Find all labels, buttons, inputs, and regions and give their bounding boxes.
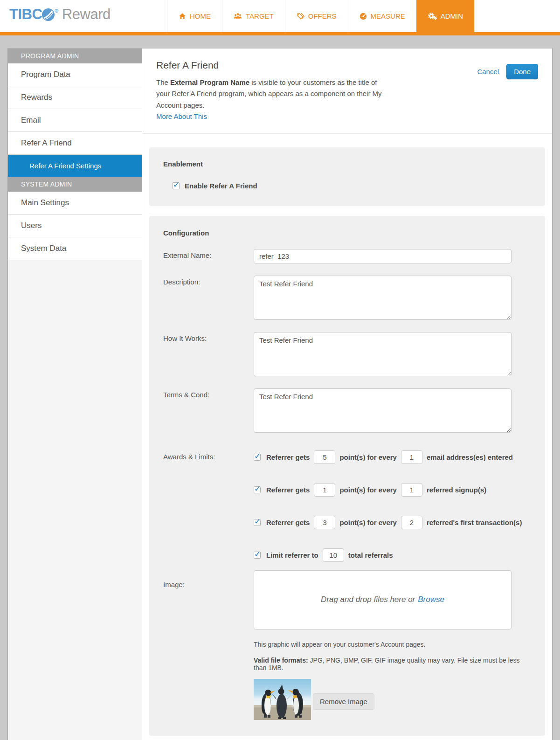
registered-mark: ® [55,8,58,14]
content-container: PROGRAM ADMIN Program Data Rewards Email… [7,48,553,740]
awards-rows: Referrer gets point(s) for every email a… [254,450,522,562]
how-it-works-textarea[interactable]: Test Refer Friend [254,332,512,376]
sidebar-item-system-data[interactable]: System Data [8,237,142,260]
configuration-title: Configuration [163,229,531,237]
tab-admin[interactable]: ADMIN [416,0,475,32]
home-icon [179,13,186,20]
users-icon [234,13,242,20]
award-signup-points-input[interactable] [314,483,335,497]
gauge-icon [360,13,367,20]
sidebar-item-refer-a-friend-settings[interactable]: Refer A Friend Settings [8,155,142,177]
enable-refer-row: Enable Refer A Friend [173,182,531,190]
image-dropzone[interactable]: Drag and drop files here or Browse [254,570,512,629]
main-nav: HOME TARGET OFFERS MEASURE ADMIN [167,0,475,32]
main-content: Refer A Friend The External Program Name… [142,48,552,740]
image-row: Image: Drag and drop files here or Brows… [163,570,531,629]
image-preview-row: Remove Image [254,679,531,720]
tab-target[interactable]: TARGET [222,0,285,32]
award-email-checkbox[interactable] [254,454,261,461]
award-text: referred's first transaction(s) [427,519,522,526]
tab-label: OFFERS [308,12,337,20]
tab-measure[interactable]: MEASURE [348,0,416,32]
external-name-label: External Name: [163,249,254,263]
external-name-row: External Name: [163,249,531,263]
tab-label: ADMIN [441,12,463,20]
tibco-globe-icon [42,8,55,25]
dropzone-text: Drag and drop files here or [321,595,415,604]
penguins-preview-image [254,679,311,720]
description-textarea[interactable]: Test Refer Friend [254,276,512,320]
image-note: This graphic will appear on your custome… [254,641,531,648]
sidebar-item-main-settings[interactable]: Main Settings [8,192,142,214]
enable-refer-checkbox[interactable] [173,182,180,189]
description-pre: The [156,78,170,86]
description-row: Description: Test Refer Friend [163,276,531,320]
file-formats-bold: Valid file formats: [254,657,308,664]
award-text: Referrer gets [266,453,310,461]
award-text: total referrals [348,551,393,559]
tab-offers[interactable]: OFFERS [285,0,348,32]
terms-row: Terms & Cond: Test Refer Friend [163,388,531,433]
configuration-panel: Configuration External Name: Description… [149,216,545,736]
sidebar-section-system-admin: SYSTEM ADMIN [8,177,142,192]
image-label: Image: [163,570,254,629]
page-description: The External Program Name is visible to … [156,77,392,111]
awards-limits-section: Awards & Limits: Referrer gets point(s) … [163,450,531,562]
tab-label: TARGET [246,12,274,20]
award-signup-count-input[interactable] [401,483,422,497]
award-row-email: Referrer gets point(s) for every email a… [254,450,522,464]
sidebar-item-refer-a-friend[interactable]: Refer A Friend [8,132,142,155]
award-text: referred signup(s) [427,486,486,494]
enablement-title: Enablement [163,160,531,168]
tab-label: HOME [190,12,211,20]
tab-home[interactable]: HOME [167,0,222,32]
logo-brand-text: TIBC [9,6,42,22]
awards-limits-label: Awards & Limits: [163,450,254,562]
admin-sidebar: PROGRAM ADMIN Program Data Rewards Email… [8,48,142,740]
remove-image-button[interactable]: Remove Image [313,693,374,710]
sidebar-item-email[interactable]: Email [8,109,142,132]
orange-accent-bar [0,32,560,35]
enable-refer-label: Enable Refer A Friend [185,182,257,190]
tags-icon [297,13,304,20]
award-text: Referrer gets [266,486,310,494]
award-transaction-count-input[interactable] [401,516,422,529]
award-signup-checkbox[interactable] [254,486,261,493]
gears-icon [428,12,437,20]
external-name-input[interactable] [254,249,512,263]
award-transaction-checkbox[interactable] [254,519,261,526]
award-text: email address(es) entered [427,453,513,461]
browse-link[interactable]: Browse [418,595,444,604]
top-bar: TIBC®Reward HOME TARGET OFFERS MEASURE A… [0,0,560,32]
award-text: point(s) for every [339,519,397,526]
terms-textarea[interactable]: Test Refer Friend [254,388,512,433]
sidebar-item-users[interactable]: Users [8,214,142,237]
award-row-limit: Limit referrer to total referrals [254,548,522,562]
done-button[interactable]: Done [506,64,538,79]
award-text: point(s) for every [339,486,397,494]
sidebar-item-program-data[interactable]: Program Data [8,63,142,86]
award-row-signup: Referrer gets point(s) for every referre… [254,483,522,497]
tibco-reward-logo: TIBC®Reward [9,6,111,25]
limit-referrer-input[interactable] [323,548,344,562]
terms-label: Terms & Cond: [163,388,254,433]
tab-label: MEASURE [371,12,405,20]
how-it-works-row: How It Works: Test Refer Friend [163,332,531,376]
limit-referrer-checkbox[interactable] [254,552,261,559]
cancel-button[interactable]: Cancel [477,68,499,76]
award-text: point(s) for every [339,453,397,461]
sidebar-section-program-admin: PROGRAM ADMIN [8,48,142,63]
logo-product-text: Reward [62,6,111,22]
description-label: Description: [163,276,254,320]
award-email-points-input[interactable] [314,450,335,464]
file-formats-note: Valid file formats: JPG, PNG, BMP, GIF. … [254,657,531,671]
award-text: Limit referrer to [266,551,318,559]
enablement-panel: Enablement Enable Refer A Friend [149,147,545,206]
award-text: Referrer gets [266,519,310,526]
more-about-this-link[interactable]: More About This [156,112,207,120]
sidebar-item-rewards[interactable]: Rewards [8,86,142,109]
award-email-count-input[interactable] [401,450,422,464]
page-header: Refer A Friend The External Program Name… [142,48,552,133]
header-actions: Cancel Done [477,64,538,79]
award-transaction-points-input[interactable] [314,516,335,529]
